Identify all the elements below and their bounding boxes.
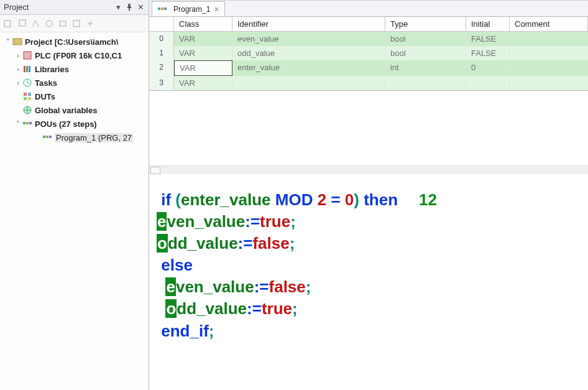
- svg-rect-18: [29, 122, 32, 124]
- code-line[interactable]: even_value:=true;: [157, 211, 581, 233]
- grid-header: Class Identifier Type Initial Comment: [149, 17, 588, 32]
- scroll-left-icon[interactable]: [150, 167, 160, 174]
- svg-rect-17: [26, 122, 29, 124]
- code-line[interactable]: if (enter_value MOD 2 = 0) then12: [157, 189, 581, 211]
- project-tree[interactable]: ˅ Project [C:\Users\iamch\ › PLC (FP0R 1…: [0, 32, 149, 147]
- panel-pin-icon[interactable]: [125, 3, 134, 12]
- svg-rect-19: [43, 136, 45, 138]
- project-icon: [12, 37, 22, 47]
- svg-rect-0: [4, 21, 11, 27]
- cell-comment[interactable]: [510, 46, 588, 60]
- col-initial[interactable]: Initial: [466, 17, 510, 31]
- cell-type[interactable]: [385, 76, 466, 90]
- cell-class[interactable]: VAR: [174, 46, 232, 60]
- cell-initial[interactable]: FALSE: [466, 46, 510, 60]
- tab-program1[interactable]: Program_1 ×: [152, 1, 225, 16]
- svg-rect-1: [19, 20, 25, 26]
- cell-identifier[interactable]: enter_value: [232, 60, 385, 76]
- cell-comment[interactable]: [510, 60, 588, 76]
- cell-comment[interactable]: [510, 76, 588, 90]
- tab-strip: Program_1 ×: [149, 1, 588, 17]
- toolbar-icon-6[interactable]: [71, 18, 82, 29]
- panel-close-icon[interactable]: ✕: [136, 3, 145, 12]
- cell-class[interactable]: VAR: [174, 32, 232, 46]
- kw-mod: MOD: [275, 190, 313, 209]
- cell-type[interactable]: bool: [385, 46, 466, 60]
- expand-icon[interactable]: ›: [14, 79, 22, 86]
- cell-initial[interactable]: [466, 76, 510, 90]
- tab-close-icon[interactable]: ×: [214, 5, 219, 14]
- col-comment[interactable]: Comment: [510, 17, 588, 31]
- code-line[interactable]: odd_value:=true;: [157, 298, 581, 320]
- kw-then: then: [364, 190, 398, 209]
- toolbar-icon-1[interactable]: [2, 18, 14, 29]
- kw-if: if: [161, 190, 171, 209]
- paren-close: ): [354, 190, 359, 209]
- toolbar-icon-4[interactable]: [44, 18, 55, 29]
- cell-identifier[interactable]: even_value: [232, 32, 385, 46]
- table-row[interactable]: 1 VAR odd_value bool FALSE: [149, 46, 588, 60]
- cell-comment[interactable]: [510, 32, 588, 46]
- code-line[interactable]: even_value:=false;: [157, 276, 581, 298]
- tree-duts[interactable]: › DUTs: [1, 90, 147, 103]
- op-eq: =: [331, 190, 340, 209]
- tree-libraries[interactable]: › Libraries: [1, 62, 147, 76]
- code-line[interactable]: end_if;: [157, 320, 581, 342]
- table-row[interactable]: 2 VAR enter_value int 0: [149, 60, 588, 76]
- cell-initial[interactable]: 0: [466, 60, 510, 76]
- svg-rect-5: [13, 39, 22, 45]
- cursor-hl: o: [165, 299, 177, 318]
- tree-plc[interactable]: › PLC (FP0R 16k C10,C1: [1, 49, 147, 62]
- toolbar-icon-5[interactable]: [57, 18, 68, 29]
- table-row[interactable]: 3 VAR: [149, 76, 588, 90]
- table-row[interactable]: 0 VAR even_value bool FALSE: [149, 32, 588, 46]
- tree-globals[interactable]: › Global variables: [1, 103, 147, 117]
- svg-rect-21: [49, 136, 52, 138]
- expand-icon[interactable]: ›: [14, 65, 22, 73]
- tree-project-root[interactable]: ˅ Project [C:\Users\iamch\: [1, 35, 147, 49]
- op-assign: :=: [254, 277, 269, 296]
- op-assign: :=: [247, 299, 262, 318]
- svg-rect-20: [46, 136, 48, 138]
- toolbar-icon-2[interactable]: [16, 18, 27, 29]
- cell-type[interactable]: bool: [385, 32, 466, 46]
- tree-plc-label: PLC (FP0R 16k C10,C1: [35, 51, 122, 60]
- panel-dropdown-icon[interactable]: ▾: [114, 3, 122, 12]
- program-icon: [42, 132, 52, 142]
- lit-false: false: [269, 277, 306, 296]
- cell-identifier[interactable]: [232, 76, 385, 90]
- lit-false: false: [252, 234, 289, 253]
- tree-program-label: Program_1 (PRG, 27: [55, 133, 133, 142]
- expand-icon[interactable]: ›: [14, 52, 22, 59]
- hscroll-bar[interactable]: [149, 165, 588, 174]
- toolbar-icon-3[interactable]: [30, 18, 41, 29]
- expand-icon[interactable]: ˅: [4, 38, 12, 46]
- code-line[interactable]: odd_value:=false;: [157, 233, 581, 254]
- svg-rect-7: [24, 66, 25, 72]
- cell-class[interactable]: VAR: [174, 76, 232, 90]
- col-type[interactable]: Type: [385, 17, 466, 31]
- program-icon: [157, 4, 167, 14]
- svg-rect-4: [73, 21, 80, 27]
- col-identifier[interactable]: Identifier: [232, 17, 385, 31]
- cell-initial[interactable]: FALSE: [466, 32, 510, 46]
- var-odd-value: dd_value: [177, 299, 247, 318]
- cell-identifier[interactable]: odd_value: [232, 46, 385, 60]
- cell-class[interactable]: VAR: [174, 60, 232, 76]
- tree-pous[interactable]: ˅ POUs (27 steps): [1, 117, 147, 131]
- tree-tasks[interactable]: › Tasks: [1, 76, 147, 90]
- tree-program1[interactable]: › Program_1 (PRG, 27: [1, 131, 147, 144]
- tree-pous-label: POUs (27 steps): [35, 119, 97, 129]
- code-editor[interactable]: if (enter_value MOD 2 = 0) then12 even_v…: [149, 174, 588, 347]
- svg-rect-16: [23, 122, 25, 124]
- cell-type[interactable]: int: [385, 60, 466, 76]
- col-class[interactable]: Class: [174, 17, 232, 31]
- toolbar-icon-7[interactable]: [85, 18, 96, 29]
- semi: ;: [290, 212, 296, 231]
- expand-icon[interactable]: ˅: [14, 120, 22, 128]
- row-index: 3: [149, 76, 174, 90]
- code-line[interactable]: else: [157, 254, 581, 276]
- variable-grid[interactable]: Class Identifier Type Initial Comment 0 …: [149, 17, 588, 91]
- svg-rect-14: [28, 97, 31, 100]
- lit-2: 2: [318, 190, 326, 209]
